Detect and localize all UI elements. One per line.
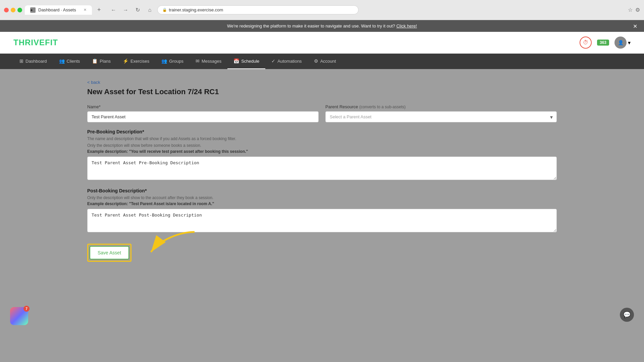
- dashboard-icon: ⊞: [19, 58, 23, 64]
- parent-resource-label-text: Parent Resource: [325, 104, 358, 109]
- post-booking-textarea[interactable]: Test Parent Asset Post-Booking Descripti…: [87, 209, 557, 232]
- back-button[interactable]: ←: [109, 5, 118, 15]
- browser-nav: ← → ↻ ⌂: [109, 5, 155, 15]
- pre-booking-desc2: Only the description will show before so…: [87, 142, 557, 148]
- form-group-name: Name*: [87, 104, 319, 122]
- messages-icon: ✉: [196, 58, 200, 64]
- nav-item-groups[interactable]: 👥Groups: [155, 54, 190, 69]
- extensions-button[interactable]: ⚙: [635, 7, 640, 13]
- timer-icon[interactable]: ⏱: [580, 37, 592, 49]
- name-label: Name*: [87, 104, 319, 109]
- tab-close-btn[interactable]: ✕: [84, 8, 87, 12]
- nav-label-account: Account: [320, 59, 336, 64]
- form-group-parent-resource: Parent Resource (converts to a sub-asset…: [325, 104, 557, 122]
- nav-item-messages[interactable]: ✉Messages: [190, 54, 227, 69]
- account-icon: ⚙: [314, 58, 318, 64]
- pre-booking-section: Pre-Booking Description* The name and de…: [87, 129, 557, 181]
- nav-item-dashboard[interactable]: ⊞Dashboard: [13, 54, 53, 69]
- avatar-dropdown-icon: ▾: [628, 40, 631, 46]
- parent-resource-sub-label: (converts to a sub-assets): [359, 105, 406, 109]
- new-tab-button[interactable]: +: [95, 5, 104, 15]
- user-avatar: 👤: [614, 37, 627, 49]
- nav-label-schedule: Schedule: [241, 59, 259, 64]
- nav-label-automations: Automations: [277, 59, 302, 64]
- lock-icon: 🔒: [162, 8, 167, 12]
- post-booking-desc1: Only the description will show to the ac…: [87, 195, 557, 201]
- nav-label-exercises: Exercises: [130, 59, 149, 64]
- header-actions: ⏱ 363 👤 ▾: [580, 37, 631, 49]
- parent-resource-label: Parent Resource (converts to a sub-asset…: [325, 104, 557, 109]
- save-asset-button[interactable]: Save Asset: [90, 246, 129, 259]
- nav-item-plans[interactable]: 📋Plans: [86, 54, 117, 69]
- pre-booking-example: Example description: "You will receive t…: [87, 149, 557, 154]
- nav-item-exercises[interactable]: ⚡Exercises: [117, 54, 155, 69]
- refresh-button[interactable]: ↻: [133, 5, 143, 15]
- notification-badge[interactable]: 363: [597, 40, 609, 46]
- page-title: New Asset for Test Location 7/24 RC1: [87, 87, 557, 96]
- nav-item-automations[interactable]: ✓Automations: [265, 54, 308, 69]
- nav-item-account[interactable]: ⚙Account: [308, 54, 342, 69]
- address-text: trainer.staging.exercise.com: [169, 7, 223, 12]
- announcement-bar: We're redesigning the platform to make i…: [0, 20, 644, 32]
- user-avatar-dropdown[interactable]: 👤 ▾: [614, 37, 631, 49]
- chat-icon: 💬: [623, 311, 631, 318]
- browser-actions: ☆ ⚙: [628, 7, 640, 13]
- logo-text: THRIVEFIT: [13, 38, 58, 47]
- minimize-dot[interactable]: [11, 8, 15, 12]
- browser-tab[interactable]: ● Dashboard · Assets ✕: [25, 5, 92, 15]
- close-dot[interactable]: [4, 8, 9, 12]
- name-input[interactable]: [87, 111, 319, 122]
- dock-app[interactable]: 7: [10, 307, 28, 325]
- save-button-highlight: Save Asset: [87, 244, 131, 262]
- announcement-link[interactable]: Click here!: [396, 23, 417, 28]
- back-link[interactable]: < back: [87, 80, 100, 85]
- dock-badge: 7: [23, 306, 30, 312]
- parent-resource-select-wrapper: Select a Parent Asset: [325, 111, 557, 122]
- bookmark-button[interactable]: ☆: [628, 7, 633, 13]
- announcement-message: We're redesigning the platform to make i…: [227, 23, 395, 28]
- clients-icon: 👥: [59, 58, 65, 64]
- post-booking-title: Post-Booking Description*: [87, 188, 557, 193]
- chat-button[interactable]: 💬: [620, 308, 634, 322]
- main-content: < back New Asset for Test Location 7/24 …: [0, 69, 644, 362]
- home-button[interactable]: ⌂: [145, 5, 155, 15]
- nav-label-plans: Plans: [100, 59, 111, 64]
- nav-label-messages: Messages: [202, 59, 221, 64]
- forward-button[interactable]: →: [121, 5, 130, 15]
- browser-chrome: ● Dashboard · Assets ✕ + ← → ↻ ⌂ 🔒 train…: [0, 0, 644, 20]
- form-row-name-parent: Name* Parent Resource (converts to a sub…: [87, 104, 557, 122]
- maximize-dot[interactable]: [17, 8, 22, 12]
- save-button-area: Save Asset: [87, 244, 131, 262]
- post-booking-section: Post-Booking Description* Only the descr…: [87, 188, 557, 234]
- browser-dots: [4, 8, 22, 12]
- pre-booking-title: Pre-Booking Description*: [87, 129, 557, 134]
- schedule-icon: 📅: [233, 58, 239, 64]
- automations-icon: ✓: [271, 58, 275, 64]
- tab-title: Dashboard · Assets: [38, 7, 76, 12]
- groups-icon: 👥: [161, 58, 167, 64]
- nav-label-groups: Groups: [169, 59, 183, 64]
- tab-favicon: ●: [30, 7, 36, 13]
- site-nav: ⊞Dashboard 👥Clients 📋Plans ⚡Exercises 👥G…: [0, 54, 644, 69]
- plans-icon: 📋: [92, 58, 98, 64]
- nav-label-dashboard: Dashboard: [25, 59, 47, 64]
- nav-label-clients: Clients: [67, 59, 80, 64]
- announcement-close-button[interactable]: ✕: [633, 23, 637, 29]
- nav-item-clients[interactable]: 👥Clients: [53, 54, 86, 69]
- exercises-icon: ⚡: [123, 58, 128, 64]
- address-bar[interactable]: 🔒 trainer.staging.exercise.com: [157, 5, 359, 14]
- site-header: THRIVEFIT ⏱ 363 👤 ▾: [0, 32, 644, 54]
- pre-booking-textarea[interactable]: Test Parent Asset Pre-Booking Descriptio…: [87, 157, 557, 180]
- post-booking-example: Example description: "Test Parent Asset …: [87, 201, 557, 206]
- nav-item-schedule[interactable]: 📅Schedule: [227, 54, 265, 69]
- parent-resource-select[interactable]: Select a Parent Asset: [325, 111, 557, 122]
- logo: THRIVEFIT: [13, 38, 58, 47]
- pre-booking-desc1: The name and description that will show …: [87, 136, 557, 142]
